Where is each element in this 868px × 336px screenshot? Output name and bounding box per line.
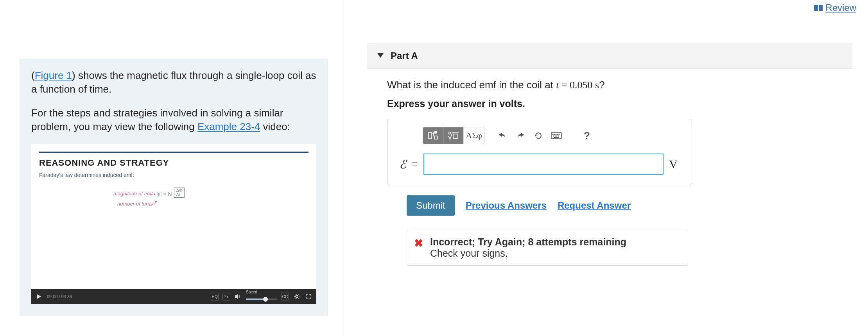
svg-point-27 bbox=[552, 134, 553, 135]
svg-rect-22 bbox=[453, 134, 458, 139]
answer-instruction: Express your answer in volts. bbox=[387, 98, 848, 109]
video-control-bar: 00:00 / 04:39 HQ 2x Speed CC bbox=[31, 289, 316, 304]
svg-point-31 bbox=[559, 134, 560, 135]
collapse-icon[interactable] bbox=[377, 52, 384, 59]
svg-point-29 bbox=[556, 134, 556, 135]
svg-line-12 bbox=[295, 298, 296, 299]
feedback-line1: Incorrect; Try Again; 8 attempts remaini… bbox=[430, 236, 626, 248]
answer-panel: Review Part A What is the induced emf in… bbox=[344, 0, 868, 336]
diagram-arrow-icon bbox=[149, 200, 158, 206]
intro-tail: ) shows the magnetic flux through a sing… bbox=[31, 70, 316, 95]
feedback-box: ✖ Incorrect; Try Again; 8 attempts remai… bbox=[407, 230, 688, 266]
video-rule bbox=[39, 152, 308, 153]
request-answer-link[interactable]: Request Answer bbox=[558, 200, 631, 211]
previous-answers-link[interactable]: Previous Answers bbox=[466, 200, 547, 211]
svg-marker-1 bbox=[154, 193, 156, 195]
part-header: Part A bbox=[368, 43, 852, 69]
speed-label: Speed bbox=[246, 290, 257, 294]
video-time: 00:00 / 04:39 bbox=[47, 294, 72, 299]
greek-button[interactable]: ΑΣφ bbox=[464, 127, 484, 144]
undo-button[interactable] bbox=[494, 127, 511, 144]
keyboard-button[interactable] bbox=[548, 127, 565, 144]
settings-icon[interactable] bbox=[293, 293, 301, 300]
submit-button[interactable]: Submit bbox=[407, 195, 455, 216]
reset-button[interactable] bbox=[530, 127, 547, 144]
svg-line-10 bbox=[295, 295, 296, 295]
quality-badge[interactable]: HQ bbox=[211, 293, 219, 300]
intro-paragraph: (Figure 1) shows the magnetic flux throu… bbox=[31, 69, 316, 96]
svg-marker-16 bbox=[377, 53, 384, 58]
speed-slider[interactable] bbox=[246, 298, 277, 300]
svg-marker-3 bbox=[37, 294, 41, 299]
svg-line-11 bbox=[298, 298, 299, 299]
redo-button[interactable] bbox=[512, 127, 529, 144]
strategy-paragraph: For the steps and strategies involved in… bbox=[31, 106, 316, 134]
help-button[interactable]: ? bbox=[578, 127, 595, 144]
svg-point-28 bbox=[554, 134, 555, 135]
svg-marker-24 bbox=[535, 135, 537, 137]
review-link[interactable]: Review bbox=[814, 2, 856, 13]
book-icon bbox=[814, 4, 823, 12]
equation-toolbar: ΑΣφ ? bbox=[387, 119, 692, 150]
answer-unit: V bbox=[669, 157, 680, 171]
svg-point-30 bbox=[557, 134, 558, 135]
video-thumbnail[interactable]: REASONING AND STRATEGY Faraday's law det… bbox=[31, 144, 316, 304]
video-title: REASONING AND STRATEGY bbox=[39, 158, 308, 168]
incorrect-icon: ✖ bbox=[414, 238, 423, 249]
volume-icon[interactable] bbox=[234, 293, 242, 300]
svg-rect-23 bbox=[449, 132, 451, 134]
svg-point-33 bbox=[555, 136, 556, 136]
diagram-equation: |ε| = N ΔΦΔt bbox=[156, 188, 185, 198]
video-diagram: magnitude of emf |ε| = N ΔΦΔt number of … bbox=[39, 184, 308, 231]
example-link[interactable]: Example 23-4 bbox=[197, 121, 260, 132]
svg-rect-17 bbox=[429, 132, 432, 139]
figure-link[interactable]: Figure 1 bbox=[35, 70, 72, 81]
caption-button[interactable]: CC bbox=[281, 293, 289, 300]
info-box: (Figure 1) shows the magnetic flux throu… bbox=[20, 59, 328, 316]
svg-rect-18 bbox=[434, 136, 438, 139]
diagram-label-magnitude: magnitude of emf bbox=[113, 191, 152, 197]
template-button[interactable] bbox=[423, 127, 443, 144]
speed-badge[interactable]: 2x bbox=[222, 293, 230, 300]
question-text: What is the induced emf in the coil at t… bbox=[387, 79, 848, 91]
video-subtitle: Faraday's law determines induced emf: bbox=[39, 172, 308, 178]
svg-rect-36 bbox=[554, 137, 559, 138]
svg-marker-4 bbox=[235, 294, 238, 299]
part-title: Part A bbox=[391, 50, 418, 61]
diagram-arrow-icon bbox=[149, 192, 156, 196]
fullscreen-icon[interactable] bbox=[305, 293, 312, 300]
problem-statement-panel: (Figure 1) shows the magnetic flux throu… bbox=[0, 0, 344, 336]
svg-point-32 bbox=[553, 136, 554, 136]
svg-rect-21 bbox=[434, 131, 437, 133]
answer-input[interactable] bbox=[423, 154, 664, 175]
svg-rect-15 bbox=[819, 5, 823, 11]
svg-point-35 bbox=[558, 136, 559, 136]
diagram-label-turns: number of turns bbox=[117, 201, 153, 207]
feedback-line2: Check your signs. bbox=[430, 248, 626, 259]
sqrt-button[interactable] bbox=[443, 127, 464, 144]
svg-rect-14 bbox=[814, 5, 818, 11]
answer-symbol: ℰ bbox=[399, 157, 406, 171]
svg-point-34 bbox=[556, 136, 557, 136]
answer-box: ΑΣφ ? bbox=[387, 119, 692, 185]
play-icon[interactable] bbox=[35, 293, 43, 300]
svg-point-5 bbox=[296, 295, 298, 298]
para2-tail: video: bbox=[260, 121, 290, 132]
answer-equals: = bbox=[412, 158, 418, 170]
svg-line-13 bbox=[298, 295, 299, 295]
